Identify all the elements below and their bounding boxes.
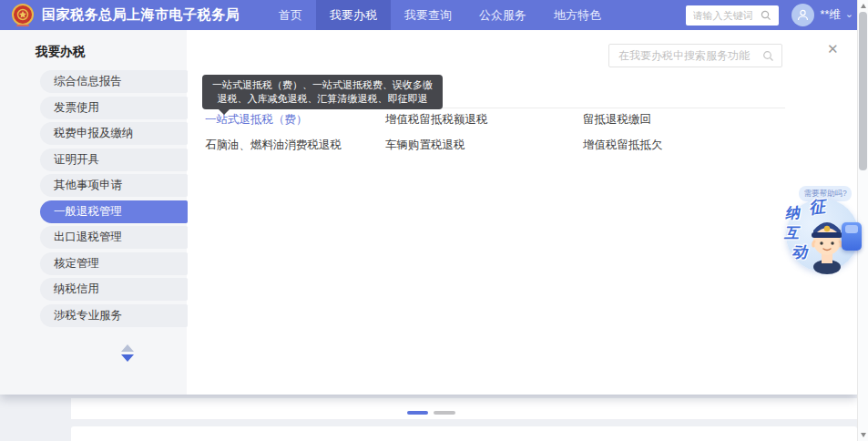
- link-tooltip: 一站式退抵税（费）、一站式退抵税费、误收多缴 退税、入库减免退税、汇算清缴退税、…: [202, 75, 443, 109]
- site-title: 国家税务总局上海市电子税务局: [42, 6, 240, 24]
- brand-char-zheng: 征: [808, 195, 826, 219]
- nav-local-features[interactable]: 地方特色: [540, 0, 615, 30]
- link-vat-credit-offset[interactable]: 增值税留抵抵欠: [583, 138, 785, 153]
- carousel-indicator[interactable]: [434, 411, 455, 415]
- sidebar-item-tax-professional-services[interactable]: 涉税专业服务: [40, 304, 188, 327]
- main-nav: 首页 我要办税 我要查询 公众服务 地方特色: [265, 0, 615, 30]
- brand-char-dong: 动: [791, 241, 808, 262]
- link-one-stop-refund[interactable]: 一站式退抵税（费）: [205, 112, 385, 128]
- services-sidebar: 我要办税 综合信息报告 发票使用 税费申报及缴纳 证明开具 其他事项申请 一般退…: [0, 30, 187, 395]
- person-icon: [796, 8, 810, 22]
- tax-services-panel: 我要办税 综合信息报告 发票使用 税费申报及缴纳 证明开具 其他事项申请 一般退…: [0, 30, 857, 395]
- sidebar-scroll-up-icon[interactable]: [121, 344, 134, 352]
- username[interactable]: **维: [821, 7, 841, 23]
- close-icon[interactable]: ✕: [827, 42, 839, 56]
- scrollbar-down-icon[interactable]: [861, 433, 866, 437]
- header-search-input[interactable]: [693, 10, 761, 21]
- carousel-band: [71, 398, 857, 419]
- refund-links-grid: 一站式退抵税（费） 增值税留抵税额退税 留抵退税缴回 石脑油、燃料油消费税退税 …: [205, 112, 785, 153]
- search-icon: [762, 50, 774, 62]
- link-naphtha-fuel-refund[interactable]: 石脑油、燃料油消费税退税: [205, 138, 385, 153]
- link-vehicle-purchase-refund[interactable]: 车辆购置税退税: [385, 138, 583, 153]
- sidebar-title: 我要办税: [36, 44, 187, 60]
- sidebar-item-certificate-issue[interactable]: 证明开具: [40, 149, 188, 171]
- scrollbar-thumb[interactable]: [859, 12, 867, 170]
- top-header: 国家税务总局上海市电子税务局 首页 我要办税 我要查询 公众服务 地方特色 **…: [0, 0, 868, 30]
- sidebar-item-other-matters[interactable]: 其他事项申请: [40, 174, 188, 197]
- sidebar-item-assessment-mgmt[interactable]: 核定管理: [40, 252, 188, 275]
- search-icon: [761, 10, 771, 21]
- user-avatar[interactable]: [791, 4, 814, 26]
- carousel-indicator-active[interactable]: [407, 411, 428, 415]
- sidebar-scroll-down-icon[interactable]: [121, 354, 134, 362]
- tooltip-line-2: 退税、入库减免退税、汇算清缴退税、即征即退: [212, 92, 433, 106]
- sidebar-item-invoice-use[interactable]: 发票使用: [40, 97, 188, 119]
- link-refund-payback[interactable]: 留抵退税缴回: [583, 112, 785, 128]
- nav-my-tax[interactable]: 我要办税: [316, 0, 391, 30]
- nav-home[interactable]: 首页: [265, 0, 316, 30]
- sidebar-item-export-refund[interactable]: 出口退税管理: [40, 226, 188, 249]
- tax-bureau-logo-icon: [11, 4, 35, 27]
- panel-search-input[interactable]: [618, 49, 762, 62]
- sidebar-item-tax-credit[interactable]: 纳税信用: [40, 278, 188, 301]
- nav-public-service[interactable]: 公众服务: [465, 0, 540, 30]
- panel-search-box[interactable]: [608, 44, 782, 67]
- chevron-down-icon[interactable]: ⌄: [845, 9, 853, 18]
- assistant-widget: 需要帮助吗? − 征 纳 互 动: [781, 180, 868, 285]
- tooltip-arrow: [219, 109, 230, 115]
- scrollbar-up-icon[interactable]: [861, 4, 866, 8]
- sidebar-item-general-refund[interactable]: 一般退税管理: [40, 200, 188, 223]
- lower-content-card: [71, 426, 857, 441]
- nav-my-query[interactable]: 我要查询: [391, 0, 465, 30]
- brand-char-na: 纳: [784, 203, 800, 223]
- link-vat-credit-refund[interactable]: 增值税留抵税额退税: [385, 112, 583, 128]
- sidebar-item-comprehensive-info[interactable]: 综合信息报告: [40, 70, 188, 93]
- header-search-box[interactable]: [686, 5, 779, 26]
- sidebar-item-tax-declaration[interactable]: 税费申报及缴纳: [40, 122, 188, 145]
- ukey-icon[interactable]: [842, 222, 862, 251]
- tooltip-line-1: 一站式退抵税（费）、一站式退抵税费、误收多缴: [212, 78, 433, 92]
